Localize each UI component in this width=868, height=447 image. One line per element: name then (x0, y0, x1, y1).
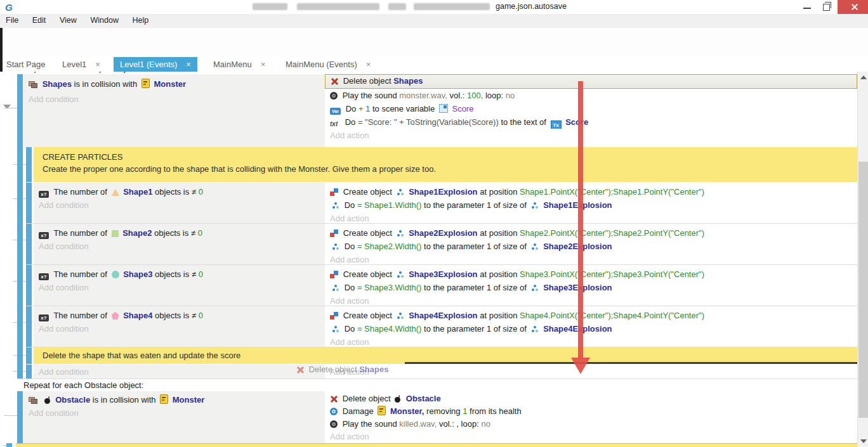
delete-icon (296, 366, 304, 373)
action-row[interactable]: Create object Shape1Explosion at positio… (325, 185, 857, 198)
action-row[interactable]: Play the sound killed.wav, vol.: , loop:… (325, 418, 857, 431)
event2-conditions-cell[interactable]: Obstacle is in collision with Monster Ad… (23, 391, 325, 443)
add-condition-button[interactable]: Add condition (23, 93, 325, 106)
action-row[interactable]: Play the sound monster.wav, vol.: 100, l… (325, 89, 857, 102)
tab-start-page[interactable]: Start Page (0, 57, 51, 72)
volume-value: 100, (467, 91, 483, 100)
empty-conditions-cell[interactable]: Add condition (34, 365, 325, 379)
close-tab-icon[interactable]: × (261, 60, 266, 69)
scroll-down-icon[interactable] (860, 439, 867, 443)
menu-edit[interactable]: Edit (27, 14, 52, 27)
value: 0 (199, 187, 203, 197)
action-row[interactable]: Do = Shape2.Width() to the parameter 1 o… (325, 240, 857, 253)
action-row[interactable]: Damage Monster, removing 1 from its heal… (325, 405, 857, 418)
event2-indent-bar (17, 391, 23, 443)
particle-emitter-icon (397, 188, 405, 196)
shape4-conditions-cell[interactable]: The number of Shape4 objects is ≠ 0 Add … (34, 306, 325, 347)
add-condition-button[interactable]: Add condition (34, 198, 325, 212)
menu-window[interactable]: Window (84, 14, 124, 27)
action-row[interactable]: Do + 1 to scene variable Score (325, 102, 857, 115)
add-condition-button[interactable]: Add condition (34, 240, 325, 253)
add-action-button[interactable]: Add action (325, 129, 857, 142)
close-tab-icon[interactable]: × (186, 60, 191, 69)
tab-level1[interactable]: Level1× (56, 57, 107, 72)
action-row-selected[interactable]: Delete object Shapes (325, 74, 857, 89)
text-object-icon (551, 120, 562, 129)
condition-text: The number of (53, 187, 107, 197)
circle-icon (112, 271, 119, 278)
text-icon (330, 117, 340, 129)
action-row[interactable]: Do = Shape3.Width() to the parameter 1 o… (325, 281, 857, 294)
comment-block-clipped[interactable] (16, 443, 857, 447)
object-name: Obstacle (55, 395, 90, 405)
action-row[interactable]: Do = "Score: " + ToString(Variable(Score… (325, 115, 857, 129)
shape2-conditions-cell[interactable]: The number of Shape2 objects is ≠ 0 Add … (34, 224, 325, 264)
add-condition-button[interactable]: Add condition (34, 365, 325, 379)
expression: + 1 (358, 104, 370, 113)
condition-row[interactable]: Shapes is in collision with Monster (23, 77, 325, 91)
tab-mainmenu-events[interactable]: MainMenu (Events)× (279, 57, 377, 72)
empty-actions-cell[interactable]: Add action (325, 365, 857, 379)
particle-emitter-icon (332, 243, 340, 250)
expression: = "Score: " + ToString(Variable(Score)) (358, 117, 499, 127)
shape1-conditions-cell[interactable]: The number of Shape1 objects is ≠ 0 Add … (34, 183, 325, 223)
action-row[interactable]: Create object Shape4Explosion at positio… (325, 309, 857, 322)
ghost-object-name: Shapes (359, 365, 388, 374)
scroll-up-icon[interactable] (860, 75, 867, 79)
menu-help[interactable]: Help (127, 14, 155, 27)
close-button[interactable] (838, 0, 868, 14)
tab-mainmenu[interactable]: MainMenu× (207, 57, 272, 72)
event2-actions-cell[interactable]: Delete object Obstacle Damage Monster, r… (325, 391, 857, 443)
condition-row[interactable]: The number of Shape1 objects is ≠ 0 (34, 185, 325, 198)
shape4-actions-cell[interactable]: Create object Shape4Explosion at positio… (325, 306, 857, 347)
menu-file[interactable]: File (0, 14, 24, 27)
condition-row[interactable]: The number of Shape3 objects is ≠ 0 (34, 268, 325, 281)
event1-actions-cell[interactable]: Delete object Shapes Play the sound mons… (325, 74, 857, 148)
action-row[interactable]: Delete object Obstacle (325, 392, 857, 405)
add-action-button[interactable]: Add action (325, 431, 857, 443)
create-object-icon (330, 312, 338, 320)
action-text: at position (480, 269, 517, 279)
condition-row[interactable]: The number of Shape2 objects is ≠ 0 (34, 226, 325, 240)
close-tab-icon[interactable]: × (366, 60, 371, 69)
add-condition-button[interactable]: Add condition (34, 322, 325, 335)
pentagon-icon (112, 312, 119, 320)
vertical-scrollbar[interactable] (857, 72, 868, 447)
subevent-indent-bar (26, 306, 32, 347)
expression: = Shape2.Width() (357, 242, 422, 251)
action-row[interactable]: Create object Shape2Explosion at positio… (325, 226, 857, 240)
add-condition-button[interactable]: Add condition (23, 406, 325, 420)
shape3-actions-cell[interactable]: Create object Shape3Explosion at positio… (325, 265, 857, 306)
object-name: Shape2 (122, 228, 152, 238)
action-text: Create object (343, 228, 392, 238)
object-name: Shape2Explosion (409, 228, 477, 238)
event1-conditions-cell[interactable]: Shapes is in collision with Monster Add … (23, 74, 325, 148)
close-tab-icon[interactable]: × (95, 60, 100, 69)
add-condition-button[interactable]: Add condition (34, 281, 325, 294)
tree-connector (4, 415, 17, 416)
minimize-icon[interactable] (803, 8, 811, 9)
damage-icon (330, 408, 338, 415)
object-count-icon (39, 232, 49, 239)
action-text: vol.: (450, 91, 465, 100)
action-row[interactable]: Do = Shape1.Width() to the parameter 1 o… (325, 198, 857, 212)
condition-row[interactable]: Obstacle is in collision with Monster (23, 393, 325, 406)
shape1-actions-cell[interactable]: Create object Shape1Explosion at positio… (325, 183, 857, 223)
shape3-conditions-cell[interactable]: The number of Shape3 objects is ≠ 0 Add … (34, 265, 325, 306)
sound-icon (330, 92, 338, 100)
action-text: removing (426, 406, 460, 416)
action-text: to the text of (501, 117, 546, 127)
condition-row[interactable]: The number of Shape4 objects is ≠ 0 (34, 309, 325, 322)
action-row[interactable]: Do = Shape4.Width() to the parameter 1 o… (325, 322, 857, 335)
comment-block[interactable]: CREATE PARTICLES Create the proper one a… (34, 147, 857, 182)
add-action-button[interactable]: Add action (325, 365, 857, 379)
scrollbar-thumb[interactable] (858, 162, 868, 418)
event2-header[interactable]: Repeat for each Obstacle object: (23, 380, 143, 390)
create-object-icon (330, 230, 338, 237)
restore-icon[interactable] (823, 4, 830, 11)
action-row[interactable]: Create object Shape3Explosion at positio… (325, 268, 857, 281)
menu-view[interactable]: View (54, 14, 82, 27)
tab-level1-events[interactable]: Level1 (Events)× (114, 57, 197, 72)
sound-file: monster.wav, (399, 91, 447, 100)
shape2-actions-cell[interactable]: Create object Shape2Explosion at positio… (325, 224, 857, 264)
